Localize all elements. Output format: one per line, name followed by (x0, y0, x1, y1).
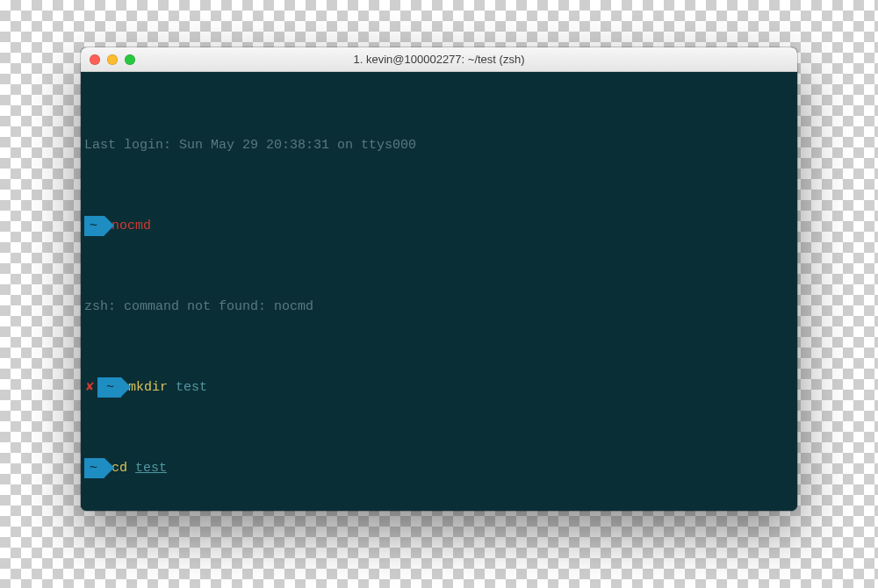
path-text: ~ (90, 458, 97, 478)
terminal-body[interactable]: Last login: Sun May 29 20:38:31 on ttys0… (81, 72, 797, 511)
prompt-line-3: ~ cd test (84, 458, 794, 478)
output-text: zsh: command not found: nocmd (84, 297, 313, 317)
last-login-line: Last login: Sun May 29 20:38:31 on ttys0… (84, 135, 794, 155)
path-segment: ~ (97, 377, 121, 398)
cmd-mkdir: mkdir (128, 380, 168, 395)
arg-test: test (168, 380, 207, 395)
arg-test-dir: test (135, 461, 167, 476)
close-icon[interactable] (90, 54, 100, 65)
status-fail-icon: ✘ (84, 377, 97, 398)
window-title: 1. kevin@100002277: ~/test (zsh) (81, 53, 797, 66)
titlebar[interactable]: 1. kevin@100002277: ~/test (zsh) (81, 47, 797, 72)
terminal-window: 1. kevin@100002277: ~/test (zsh) Last lo… (81, 47, 797, 511)
last-login-text: Last login: Sun May 29 20:38:31 on ttys0… (84, 135, 416, 155)
traffic-lights (81, 54, 135, 65)
prompt-line-2: ✘ ~ mkdir test (84, 377, 794, 398)
output-not-found: zsh: command not found: nocmd (84, 297, 794, 317)
minimize-icon[interactable] (107, 54, 118, 65)
path-text: ~ (106, 377, 114, 398)
cmd-nocmd: nocmd (112, 219, 151, 233)
prompt-line-1: ~ nocmd (84, 216, 794, 236)
path-text: ~ (90, 216, 97, 236)
path-segment: ~ (84, 458, 104, 478)
zoom-icon[interactable] (125, 54, 135, 65)
path-segment: ~ (84, 216, 104, 236)
